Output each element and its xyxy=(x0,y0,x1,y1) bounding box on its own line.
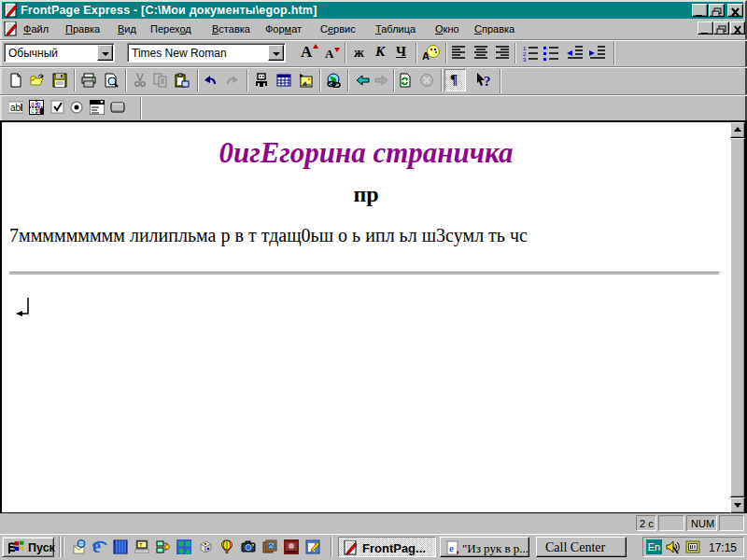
svg-text:d: d xyxy=(37,107,41,114)
svg-text:a: a xyxy=(31,101,35,107)
svg-text:b: b xyxy=(37,101,41,107)
svg-text:3: 3 xyxy=(523,57,527,62)
svg-text:A: A xyxy=(422,50,430,62)
svg-text:e: e xyxy=(92,539,101,553)
svg-text:?: ? xyxy=(484,74,491,89)
svg-text:abl: abl xyxy=(10,103,22,113)
svg-text:e: e xyxy=(449,542,454,553)
svg-text:T: T xyxy=(139,542,143,548)
svg-text:c: c xyxy=(31,107,35,114)
